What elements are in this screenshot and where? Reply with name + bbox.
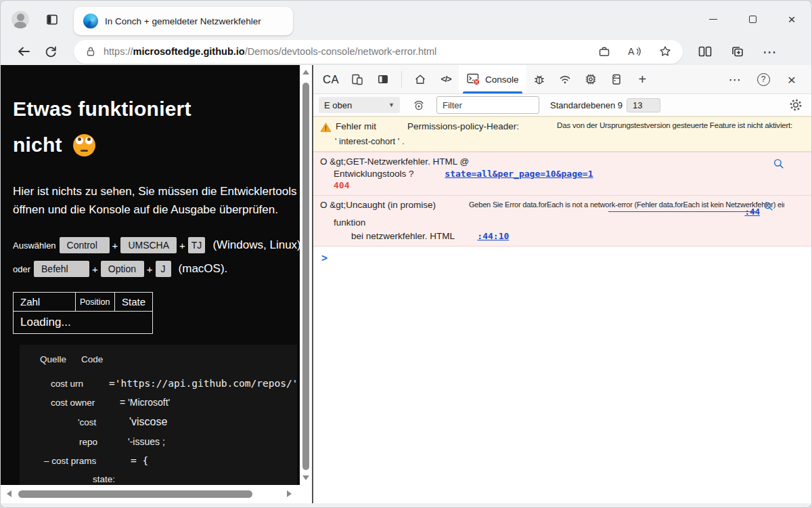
- lock-icon: [85, 45, 97, 58]
- back-button[interactable]: [10, 40, 37, 63]
- browser-tab[interactable]: In Conch + gemeldeter Netzwerkfehler: [74, 7, 293, 35]
- error2-link-underline: [608, 211, 756, 212]
- error2-detail: Geben Sie Error data.forEach is not a ne…: [469, 200, 784, 209]
- page-paragraph: Hier ist nichts zu sehen, Sie müssen die…: [13, 183, 300, 219]
- console-empty-area[interactable]: [313, 268, 811, 503]
- url-host: microsoftedge.github.io: [133, 46, 245, 57]
- vertical-scrollbar[interactable]: [300, 65, 312, 485]
- key-j: TJ: [188, 237, 206, 253]
- debugger-tab[interactable]: [526, 66, 552, 92]
- console-tab-label: Console: [485, 75, 519, 85]
- filter-input[interactable]: [436, 96, 539, 114]
- code-caption: QuelleCode: [40, 354, 297, 364]
- network-tab[interactable]: [552, 66, 578, 92]
- console-settings-button[interactable]: [788, 98, 803, 112]
- shortcut-prefix: Auswählen: [13, 240, 56, 251]
- toolbar-divider: [401, 71, 402, 87]
- table-header-state: State: [115, 293, 153, 312]
- console-error-uncaught[interactable]: O &gt;Uncaught (in promise) Geben Sie Er…: [313, 196, 811, 247]
- window-controls: ×: [694, 1, 811, 38]
- webpage-pane: Etwas funktioniert nicht Hier ist nichts…: [1, 65, 312, 503]
- elements-tab[interactable]: </>: [433, 66, 459, 92]
- plus-sign: +: [179, 240, 185, 251]
- scroll-down-arrow[interactable]: [302, 475, 309, 480]
- console-icon: [467, 73, 480, 85]
- face-emoji-icon: [73, 134, 95, 156]
- vertical-scroll-thumb[interactable]: [302, 83, 309, 470]
- url-text[interactable]: https://microsoftedge.github.io/Demos/de…: [104, 46, 589, 57]
- briefcase-icon[interactable]: [597, 45, 611, 58]
- refresh-button[interactable]: [37, 40, 64, 63]
- plus-sign: +: [112, 240, 118, 251]
- error2-line1: O &gt;Uncaught (in promise): [319, 200, 436, 210]
- warning-text-4: ' interest-cohort ' .: [319, 136, 805, 146]
- context-selector[interactable]: E oben ▼: [319, 97, 400, 113]
- issue-search-button[interactable]: [763, 201, 773, 211]
- device-emulation-button[interactable]: [344, 66, 370, 92]
- plus-sign: +: [147, 263, 153, 275]
- error1-request-link[interactable]: state=all&per_page=10&page=1: [445, 169, 593, 179]
- code-block: QuelleCode cost urn='https://api.github.…: [20, 345, 297, 485]
- issues-table: Zahl Position State Loading...: [13, 292, 153, 334]
- shortcut-windows: Auswählen Control + UMSCHA + TJ (Windows…: [13, 237, 300, 253]
- maximize-button[interactable]: [733, 1, 772, 38]
- devtools-more-menu-button[interactable]: ⋯: [722, 66, 748, 92]
- application-tab[interactable]: [604, 66, 629, 92]
- log-levels-selector[interactable]: Standardebenen 9: [550, 100, 623, 110]
- shortcut-suffix: (macOS).: [179, 262, 228, 276]
- horizontal-scroll-thumb[interactable]: [18, 490, 252, 498]
- tab-console[interactable]: Console: [459, 65, 527, 93]
- titlebar: In Conch + gemeldeter Netzwerkfehler ×: [1, 1, 811, 38]
- devtools-close-button[interactable]: ×: [779, 66, 805, 92]
- close-icon: ×: [788, 13, 795, 26]
- table-loading-cell: Loading...: [14, 312, 153, 334]
- key-control: Control: [60, 237, 110, 253]
- welcome-home-tab[interactable]: [407, 66, 433, 92]
- key-option: Option: [101, 261, 144, 277]
- live-expression-button[interactable]: [412, 98, 426, 112]
- edge-logo-icon: [83, 14, 98, 28]
- devtools-help-button[interactable]: ?: [750, 66, 776, 92]
- code-line: – cost prams= {: [30, 455, 297, 466]
- collections-icon[interactable]: [730, 45, 745, 58]
- minimize-button[interactable]: [694, 1, 733, 38]
- window-bottom-edge: [1, 503, 811, 507]
- profile-avatar[interactable]: [12, 11, 29, 28]
- read-aloud-icon[interactable]: A: [627, 45, 642, 58]
- code-caption-source: Quelle: [40, 354, 66, 364]
- scroll-up-arrow[interactable]: [302, 70, 309, 75]
- inspect-tool-button[interactable]: CA: [323, 73, 339, 86]
- performance-tab[interactable]: [578, 66, 604, 92]
- code-line: 'cost'viscose: [30, 416, 297, 428]
- heading-line1: Etwas funktioniert: [13, 98, 191, 120]
- page-heading: Etwas funktioniert nicht: [13, 91, 300, 163]
- tab-actions-icon[interactable]: [45, 13, 59, 26]
- split-screen-icon[interactable]: [698, 45, 713, 58]
- horizontal-scrollbar[interactable]: [1, 485, 300, 503]
- console-error-network[interactable]: O &gt;GET-Netzwerkfehler. HTML @ Entwick…: [313, 152, 811, 196]
- error1-source-label: Entwicklungstools ?: [334, 169, 414, 179]
- error2-line-link[interactable]: :44: [744, 207, 760, 217]
- table-header-zahl: Zahl: [14, 293, 76, 312]
- console-toolbar: E oben ▼ Standardebenen 9 13: [313, 94, 811, 117]
- error2-line2: funktion: [319, 217, 805, 228]
- page-content: Etwas funktioniert nicht Hier ist nichts…: [1, 65, 300, 485]
- magnifier-icon: [763, 201, 773, 211]
- favorite-star-icon[interactable]: [658, 45, 672, 58]
- magnifier-icon: [773, 158, 784, 169]
- url-path: /Demos/devtools-console/network-error.ht…: [245, 46, 437, 57]
- scroll-left-arrow[interactable]: [7, 490, 12, 497]
- table-header-position: Position: [76, 293, 115, 312]
- plus-icon: +: [639, 72, 647, 86]
- dock-side-button[interactable]: [370, 66, 396, 92]
- settings-more-icon[interactable]: ⋯: [763, 45, 777, 59]
- address-bar[interactable]: https://microsoftedge.github.io/Demos/de…: [74, 40, 683, 64]
- close-icon: ×: [788, 72, 796, 87]
- more-tabs-button[interactable]: +: [629, 66, 655, 92]
- console-warning-message[interactable]: Fehler mit Permissions-policy-Header: Da…: [313, 117, 811, 152]
- scroll-right-arrow[interactable]: [287, 490, 292, 497]
- console-input[interactable]: >: [313, 247, 811, 268]
- error2-source-link[interactable]: :44:10: [477, 231, 509, 241]
- issue-search-button[interactable]: [773, 158, 784, 169]
- close-window-button[interactable]: ×: [772, 1, 811, 38]
